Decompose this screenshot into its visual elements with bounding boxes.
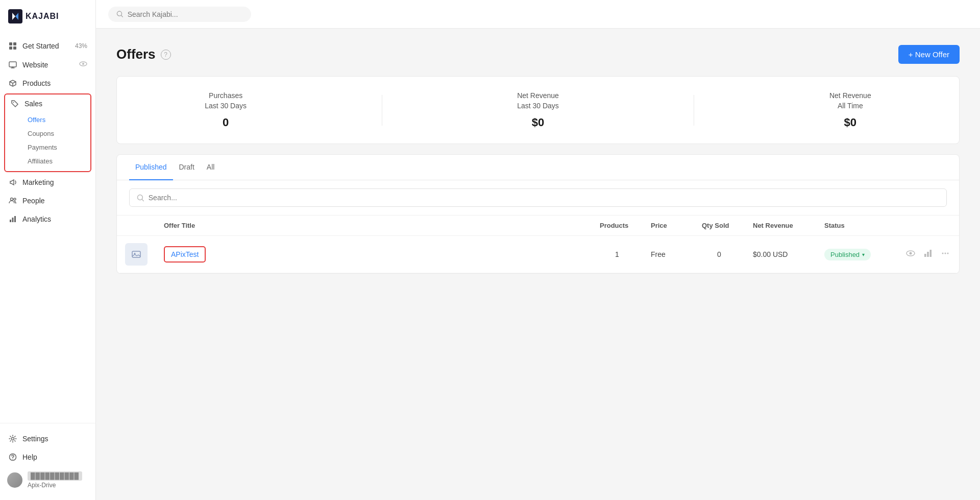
kajabi-logo-icon <box>8 9 22 23</box>
search-input[interactable] <box>128 10 243 18</box>
col-header-price: Price <box>643 216 694 236</box>
offer-title[interactable]: APixTest <box>164 246 206 263</box>
svg-rect-4 <box>13 46 16 50</box>
sidebar-nav: Get Started 43% Website Products <box>0 33 95 423</box>
grid-icon <box>8 41 17 51</box>
stat-net-revenue-30-value: $0 <box>517 116 559 129</box>
sidebar-item-people[interactable]: People <box>0 192 95 210</box>
card-search <box>117 180 959 216</box>
sidebar-item-help[interactable]: Help <box>0 448 95 466</box>
svg-point-7 <box>82 63 84 65</box>
sidebar-item-help-label: Help <box>22 453 37 461</box>
stat-net-revenue-30-label: Net RevenueLast 30 Days <box>517 91 559 111</box>
col-header-revenue: Net Revenue <box>745 216 816 236</box>
sidebar-item-website[interactable]: Website <box>0 55 95 74</box>
view-icon[interactable] <box>906 249 915 260</box>
tab-draft[interactable]: Draft <box>173 155 201 180</box>
svg-rect-25 <box>930 250 932 257</box>
stat-purchases-value: 0 <box>205 116 247 129</box>
offer-net-revenue: $0.00 USD <box>745 236 816 273</box>
user-name-blur: ██████████ <box>28 471 82 481</box>
stat-net-revenue-all: Net RevenueAll Time $0 <box>829 91 871 129</box>
sidebar-item-get-started[interactable]: Get Started 43% <box>0 37 95 55</box>
user-info: ██████████ Apix-Drive <box>28 471 82 489</box>
gear-icon <box>8 434 17 443</box>
sidebar-item-people-label: People <box>22 197 45 205</box>
sidebar-item-marketing[interactable]: Marketing <box>0 173 95 192</box>
user-profile[interactable]: ██████████ Apix-Drive <box>0 466 95 494</box>
svg-rect-24 <box>927 252 929 257</box>
col-header-title: Offer Title <box>156 216 592 236</box>
stat-net-revenue-30: Net RevenueLast 30 Days $0 <box>517 91 559 129</box>
search-box[interactable] <box>108 7 251 22</box>
offers-table: Offer Title Products Price Qty Sold Net … <box>117 216 959 273</box>
svg-rect-13 <box>14 216 16 222</box>
card-search-box[interactable] <box>129 188 947 207</box>
status-badge[interactable]: Published ▾ <box>824 249 871 260</box>
svg-point-27 <box>945 253 946 254</box>
logo[interactable]: KAJABI <box>0 0 95 33</box>
svg-point-16 <box>12 459 13 460</box>
offer-products: 1 <box>592 236 643 273</box>
new-offer-button[interactable]: + New Offer <box>898 45 960 64</box>
tab-published[interactable]: Published <box>129 155 173 180</box>
svg-point-14 <box>12 438 14 440</box>
sidebar-item-analytics[interactable]: Analytics <box>0 210 95 228</box>
sidebar-item-affiliates[interactable]: Affiliates <box>5 154 90 168</box>
svg-rect-19 <box>132 251 140 257</box>
card-search-input[interactable] <box>149 194 939 202</box>
get-started-badge: 43% <box>75 42 87 50</box>
status-badge-label: Published <box>830 251 860 258</box>
sidebar-item-products-label: Products <box>22 79 51 87</box>
svg-rect-23 <box>924 254 926 257</box>
svg-point-10 <box>14 198 16 200</box>
sidebar-item-settings[interactable]: Settings <box>0 430 95 448</box>
page-header: Offers ? + New Offer <box>116 45 960 64</box>
tab-all[interactable]: All <box>201 155 221 180</box>
sales-section: Sales Offers Coupons Payments Affiliates <box>4 93 91 172</box>
sidebar-item-payments[interactable]: Payments <box>5 140 90 154</box>
stats-card: PurchasesLast 30 Days 0 Net RevenueLast … <box>116 76 960 144</box>
stat-purchases: PurchasesLast 30 Days 0 <box>205 91 247 129</box>
help-icon[interactable]: ? <box>161 50 171 60</box>
offer-status-cell: Published ▾ <box>816 236 898 273</box>
offer-title-cell: APixTest <box>156 236 592 273</box>
svg-point-26 <box>942 253 944 254</box>
website-eye-icon <box>79 60 87 69</box>
box-icon <box>8 79 17 88</box>
sidebar-item-coupons[interactable]: Coupons <box>5 127 90 140</box>
sidebar-item-sales[interactable]: Sales <box>5 94 90 113</box>
col-header-products: Products <box>592 216 643 236</box>
user-company: Apix-Drive <box>28 482 82 489</box>
stat-net-revenue-all-value: $0 <box>829 116 871 129</box>
page-content: Offers ? + New Offer PurchasesLast 30 Da… <box>96 29 980 500</box>
col-header-status: Status <box>816 216 898 236</box>
offer-actions-cell <box>898 236 959 273</box>
sidebar-footer: Settings Help ██████████ Apix-Drive <box>0 423 95 500</box>
stat-divider-2 <box>694 95 694 126</box>
sales-sub-nav: Offers Coupons Payments Affiliates <box>5 113 90 171</box>
table-row: APixTest 1 Free 0 $0.00 USD Published ▾ <box>117 236 959 273</box>
more-options-icon[interactable] <box>941 249 950 260</box>
page-title-row: Offers ? <box>116 46 171 62</box>
image-icon <box>131 249 141 259</box>
offers-card: Published Draft All Offer Title Products <box>116 154 960 274</box>
svg-point-9 <box>11 198 13 201</box>
megaphone-icon <box>8 178 17 187</box>
svg-rect-12 <box>12 218 14 222</box>
offer-thumbnail-cell <box>117 236 156 273</box>
users-icon <box>8 196 17 205</box>
analytics-icon[interactable] <box>923 249 933 260</box>
svg-rect-1 <box>9 42 12 45</box>
sidebar-item-products[interactable]: Products <box>0 74 95 92</box>
offer-qty-sold: 0 <box>694 236 745 273</box>
sidebar-item-analytics-label: Analytics <box>22 215 51 223</box>
sidebar-item-settings-label: Settings <box>22 435 48 443</box>
page-title: Offers <box>116 46 156 62</box>
svg-point-28 <box>947 253 949 254</box>
search-icon <box>116 10 124 18</box>
svg-rect-11 <box>10 220 11 222</box>
sidebar-item-website-label: Website <box>22 61 48 69</box>
sidebar-item-get-started-label: Get Started <box>22 42 59 50</box>
sidebar-item-offers[interactable]: Offers <box>5 113 90 127</box>
